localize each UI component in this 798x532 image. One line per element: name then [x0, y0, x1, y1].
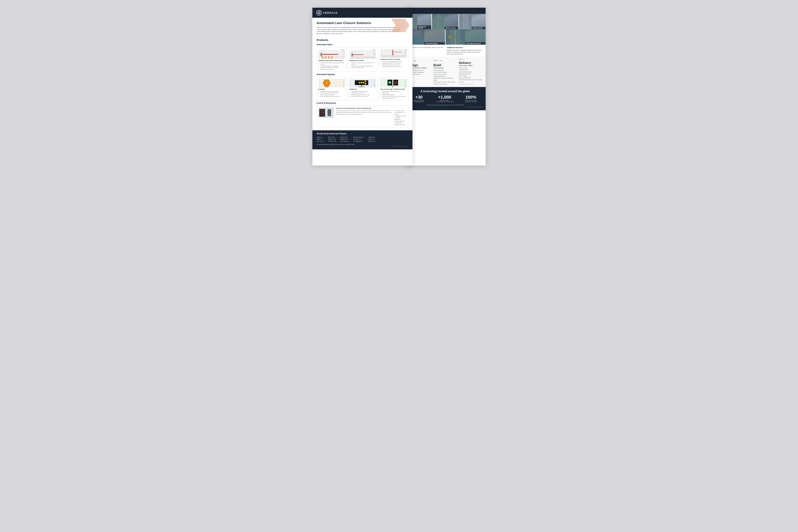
ramp-closures-img: Ramp Closures: [432, 14, 458, 29]
image-grid-bottom: Flooded Roadways Road Zipper Operation: [405, 29, 486, 45]
step3-item-2: Project Submittal Package: [434, 71, 457, 73]
city-11: San Juan, PR: [353, 138, 364, 140]
back-footer-contact: For more information, visit versilis.com…: [408, 104, 482, 106]
feature-1: Horizontal crashworthy pivoting gates (f…: [320, 62, 345, 65]
step4-item-7: SOP testing and training using ITS Integ…: [459, 79, 482, 82]
card-lane-control-name: Lane Control Sign & Blank Out Sign: [380, 88, 406, 90]
city-4: Boston, MA: [328, 136, 336, 138]
svg-point-75: [320, 110, 321, 111]
step3-title: Build: [434, 63, 457, 67]
stat-reduction-number: 100%: [465, 95, 477, 100]
svg-rect-8: [437, 20, 438, 21]
tile-label-flooded: Flooded Roadways: [424, 42, 445, 45]
back-services: and contractors can count on oject stage…: [405, 45, 486, 57]
feature-3: Solar panel option available: [320, 94, 345, 95]
product-card-swiftarrow: SwiftArrow Automated pivoting arrow boar…: [348, 77, 377, 100]
product-card-lane-control: Lane Control Sign & Blank Out Sign Modul…: [378, 77, 408, 100]
product-card-vsg40: SwiftGate VSG-40 & VSG-22F Vertical pivo…: [378, 47, 408, 72]
page-container: Bridge and Tunnel Ramp Closures: [312, 8, 486, 181]
feature-1: Automated pivoting warning signage: [320, 91, 345, 92]
step4-item-6: System integration test*: [459, 77, 482, 79]
svg-rect-9: [439, 19, 440, 20]
stat-gates-desc: Gates installed in+11 US States & on 3 c…: [436, 100, 454, 102]
gates-grid: *Patented: [312, 46, 413, 73]
logo-inner-circle: [318, 11, 320, 14]
road-zipper-img: Road Zipper Operation: [445, 29, 486, 45]
svg-rect-55: [325, 87, 328, 87]
city-2: Dallas, TX: [317, 138, 324, 140]
svg-point-76: [320, 111, 321, 113]
step-build: STEP 3 → Build TIME TO DELIVER Project c…: [434, 59, 457, 85]
city-8: Milwaukee, WI: [340, 138, 349, 140]
card-hsg40cw-name: SwiftGate HSG-40CW & HSG-22CW: [318, 60, 345, 61]
stat-reduction: 100% Reduction of workerexposure to live…: [465, 95, 477, 102]
swiftsign-img: !: [318, 79, 345, 88]
feature-3: Designed per AASHTO LTS-6-2013: [320, 67, 345, 68]
bullet-1: - Local and remote control options for a…: [394, 110, 406, 115]
svg-rect-49: [382, 55, 405, 58]
step3-item-3: Project specific manuals: [434, 73, 457, 75]
stat-reduction-desc: Reduction of workerexposure to live traf…: [465, 100, 477, 102]
control-bullets: - Local and remote control options for a…: [394, 110, 406, 126]
svg-rect-78: [322, 110, 324, 111]
stat-years-number: +30: [414, 95, 424, 100]
city-5: Baltimore, MD: [328, 138, 336, 140]
automated-signage-title: Automated Signage: [312, 73, 413, 76]
front-footer: Versilis North American Projects Miami, …: [312, 130, 413, 149]
step3-item-5: Detailed ITS communication integration d…: [434, 77, 457, 81]
city-3: New York, NY: [317, 140, 324, 142]
hero-chevrons-decoration: [390, 18, 413, 33]
additional-services-desc: Designers, contractors, and system integ…: [447, 49, 482, 55]
city-10: Broward County, FL: [353, 136, 364, 138]
gate-vsg40-img: [380, 49, 406, 58]
feature-1: Horizontal crashworthy pivoting gate (fr…: [351, 62, 376, 65]
svg-rect-15: [465, 20, 466, 21]
feature-4: Ideal to block a roadway access point: [382, 65, 406, 67]
step4-item-4: Integration test support: [459, 73, 482, 75]
svg-rect-36: [322, 56, 323, 59]
feature-1: Vertical pivoting gates (from 2ft to 40f…: [382, 61, 406, 62]
feature-3: Ideal to channelize traffic: [351, 67, 376, 68]
footer-copyright: © 2023 Versilis. All right reserved.: [317, 146, 408, 147]
product-card-swiftsign: ! SwiftSign Automated pivoting warning s…: [317, 77, 346, 100]
front-hero: Automated Lane Closure Solutions With mo…: [312, 18, 413, 37]
city-7: Portland, OR: [340, 136, 349, 138]
svg-point-60: [363, 82, 364, 83]
control-card-desc: Clients choose the Versilis Commander an…: [336, 110, 393, 126]
city-14: Halifax, NS: [368, 138, 376, 140]
stat-gates-number: +1,000: [436, 95, 454, 100]
back-header: [405, 8, 486, 14]
step3-subtitle: TIME TO DELIVER: [434, 68, 457, 69]
svg-rect-46: [393, 50, 394, 56]
swiftarrow-img: [349, 79, 376, 88]
city-col-3: Portland, OR Milwaukee, WI New Orleans, …: [340, 136, 349, 142]
card-hsg18cw-name: SwiftGate HSG-18CW: [349, 60, 376, 61]
product-card-hsg40cw: *Patented: [317, 47, 346, 72]
svg-rect-38: [328, 56, 329, 59]
control-card: Turnkey Local and Remote Control & Monit…: [317, 106, 408, 127]
tile-ramp-closures: Ramp Closures: [432, 14, 458, 29]
city-12: Woodbridge, NJ: [353, 140, 364, 142]
control-monitoring-title: Control & Monitoring: [312, 101, 413, 105]
image-grid-top: Bridge and Tunnel Ramp Closures: [405, 14, 486, 29]
svg-rect-39: [331, 56, 332, 59]
city-col-1: Miami, FL Dallas, TX New York, NY: [317, 136, 324, 142]
footer-cities: Miami, FL Dallas, TX New York, NY Boston…: [317, 136, 408, 142]
svg-point-62: [364, 83, 366, 84]
svg-rect-43: [352, 53, 353, 57]
svg-rect-4: [414, 20, 416, 21]
svg-point-77: [320, 113, 321, 114]
card-swiftarrow-name: SwiftArrow: [349, 88, 376, 90]
step4-subtitle: TIME TO MAKE IT WORK: [459, 65, 482, 66]
back-footer: A technology trusted around the globe +3…: [405, 87, 486, 110]
tile-label-ramp: Ramp Closures: [444, 27, 458, 29]
steps-row: STEP 2 → Design DESIGNER TECHNICAL SUPPO…: [408, 59, 482, 85]
back-footer-copy: © 2023 Versilis. All right reserved.: [408, 107, 482, 108]
card-vsg40-name: SwiftGate VSG-40 & VSG-22F: [380, 58, 406, 60]
city-col-2: Boston, MA Baltimore, MD Pittsburgh, PA: [328, 136, 336, 142]
control-card-title: Turnkey Local and Remote Control & Monit…: [336, 108, 406, 109]
feature-1: Modules design adapted to project requir…: [382, 91, 406, 94]
gate-hsg18cw-img: [349, 50, 376, 59]
step-delivery: STEP 4 Delivery TIME TO MAKE IT WORK Mat…: [459, 59, 482, 85]
steps-section: STEP 2 → Design DESIGNER TECHNICAL SUPPO…: [405, 57, 486, 87]
